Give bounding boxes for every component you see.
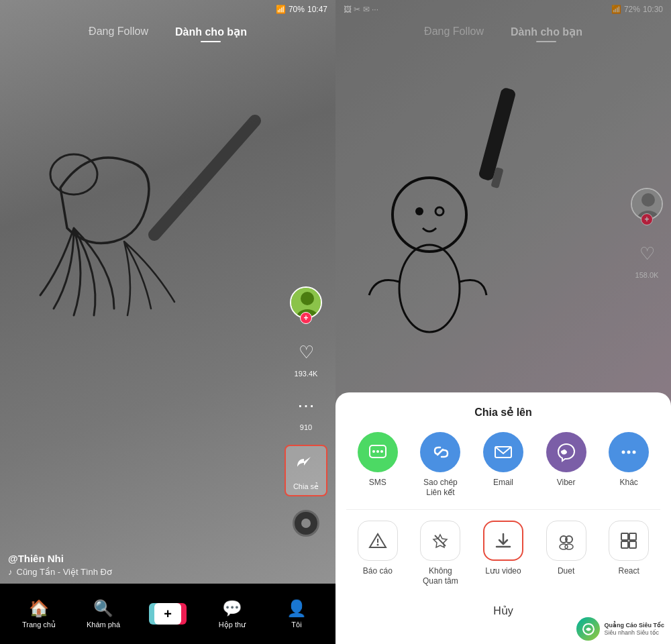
react-icon: [609, 521, 649, 561]
email-label: Email: [493, 478, 513, 488]
share-copy-link[interactable]: Sao chépLiên kết: [413, 432, 467, 498]
more-icon: [609, 432, 649, 472]
battery-text: 70%: [289, 5, 305, 14]
duet-icon: [546, 521, 586, 561]
right-phone-panel: 🖼 ✂ ✉ ··· 📶 72% 10:30 Đang Follow Dành c…: [336, 0, 671, 644]
svg-point-21: [627, 450, 631, 453]
report-label: Báo cáo: [363, 566, 393, 577]
email-icon: [483, 432, 523, 472]
share-viber[interactable]: Viber: [539, 432, 593, 498]
left-status-bar: 📶 70% 10:47: [0, 0, 336, 19]
save-video-icon: [483, 521, 523, 561]
music-disc-inner: [301, 519, 311, 528]
watermark-logo: [576, 617, 600, 641]
music-note-icon: ♪: [8, 567, 13, 577]
svg-rect-34: [629, 533, 636, 540]
sms-label: SMS: [369, 478, 386, 488]
svg-rect-36: [629, 541, 636, 548]
share-more[interactable]: Khác: [602, 432, 656, 498]
share-email[interactable]: Email: [476, 432, 530, 498]
like-count: 193.4K: [295, 370, 318, 378]
nav-explore-label: Khám phá: [87, 621, 120, 629]
svg-point-15: [372, 450, 375, 453]
add-button-inner: +: [154, 603, 181, 625]
sms-icon: [358, 432, 398, 472]
link-icon: [420, 432, 460, 472]
follow-plus-badge[interactable]: +: [300, 312, 312, 324]
tab-dang-follow-left[interactable]: Đang Follow: [89, 25, 148, 38]
like-action[interactable]: ♡ 193.4K: [291, 337, 321, 378]
copy-link-label: Sao chépLiên kết: [423, 478, 458, 498]
svg-point-1: [50, 154, 97, 195]
svg-point-16: [376, 450, 379, 453]
share-action[interactable]: Chia sẻ: [285, 445, 327, 496]
svg-rect-35: [621, 541, 628, 548]
svg-line-18: [437, 449, 443, 455]
heart-icon: ♡: [291, 337, 321, 367]
nav-add[interactable]: +: [151, 603, 185, 625]
svg-point-17: [380, 450, 383, 453]
share-report[interactable]: Báo cáo: [351, 521, 405, 587]
share-not-interested[interactable]: KhôngQuan tâm: [413, 521, 467, 587]
wifi-icon: 📶: [276, 5, 286, 14]
share-divider: [346, 509, 660, 510]
more-label: Khác: [619, 478, 637, 488]
save-video-label: Lưu video: [485, 566, 521, 577]
nav-profile[interactable]: 👤 Tôi: [280, 599, 313, 629]
nav-profile-label: Tôi: [291, 621, 301, 629]
song-info: ♪ Cũng Tần - Việt Tình Đơ: [8, 567, 289, 577]
nav-inbox-label: Hộp thư: [219, 621, 246, 629]
bottom-navigation: 🏠 Trang chủ 🔍 Khám phá + 💬 Hộp thư 👤 Tôi: [0, 584, 336, 644]
share-duet[interactable]: Duet: [539, 521, 593, 587]
comment-icon: ⋯: [291, 391, 321, 421]
viber-icon: [546, 432, 586, 472]
not-interested-label: KhôngQuan tâm: [423, 566, 458, 587]
creator-username: @Thiên Nhi: [8, 553, 289, 564]
share-sms[interactable]: SMS: [351, 432, 405, 498]
nav-home-label: Trang chủ: [22, 621, 56, 629]
share-save-video[interactable]: Lưu video: [476, 521, 530, 587]
duet-label: Duet: [558, 566, 574, 577]
svg-point-32: [565, 544, 573, 549]
share-icon: [291, 450, 321, 480]
tab-danh-cho-ban-left[interactable]: Dành cho bạn: [175, 25, 247, 38]
nav-home[interactable]: 🏠 Trang chủ: [22, 599, 56, 629]
share-react[interactable]: React: [602, 521, 656, 587]
song-title: Cũng Tần - Việt Tình Đơ: [17, 567, 113, 577]
svg-rect-33: [621, 533, 628, 540]
share-panel-title: Chia sẻ lên: [346, 406, 660, 419]
share-label: Chia sẻ: [293, 482, 319, 491]
svg-point-20: [622, 450, 625, 453]
left-sidebar-actions: + ♡ 193.4K ⋯ 910 Chia sẻ: [285, 286, 327, 537]
add-button[interactable]: +: [152, 603, 184, 625]
nav-explore[interactable]: 🔍 Khám phá: [87, 599, 120, 629]
inbox-icon: 💬: [222, 599, 242, 618]
svg-point-3: [301, 292, 314, 305]
left-phone-panel: 📶 70% 10:47 Đang Follow Dành cho bạn + ♡…: [0, 0, 336, 644]
comment-action[interactable]: ⋯ 910: [291, 391, 321, 431]
share-row-2: Báo cáo KhôngQuan tâm: [346, 521, 660, 587]
home-icon: 🏠: [29, 599, 49, 618]
share-row-1: SMS Sao chépLiên kết: [346, 432, 660, 498]
video-info: @Thiên Nhi ♪ Cũng Tần - Việt Tình Đơ: [8, 553, 289, 577]
svg-line-0: [154, 121, 255, 235]
react-label: React: [618, 566, 639, 577]
search-icon: 🔍: [93, 599, 113, 618]
svg-point-25: [376, 543, 378, 545]
comment-count: 910: [300, 423, 312, 431]
creator-avatar-wrapper: +: [290, 286, 322, 319]
left-nav-tabs: Đang Follow Dành cho bạn: [0, 20, 336, 44]
not-interested-icon: [420, 521, 460, 561]
viber-label: Viber: [557, 478, 576, 488]
svg-point-22: [633, 450, 636, 453]
music-disc[interactable]: [293, 510, 319, 537]
watermark: Quảng Cáo Siêu Tốc Siêu nhanh Siêu tốc: [576, 617, 664, 641]
nav-inbox[interactable]: 💬 Hộp thư: [215, 599, 249, 629]
left-status-icons: 📶 70% 10:47: [276, 5, 327, 14]
bird-drawing-art: [20, 67, 302, 436]
report-icon: [358, 521, 398, 561]
share-panel: Chia sẻ lên SMS: [336, 392, 671, 644]
profile-icon: 👤: [287, 599, 307, 618]
watermark-text: Quảng Cáo Siêu Tốc Siêu nhanh Siêu tốc: [604, 622, 664, 637]
time-left: 10:47: [307, 5, 327, 14]
